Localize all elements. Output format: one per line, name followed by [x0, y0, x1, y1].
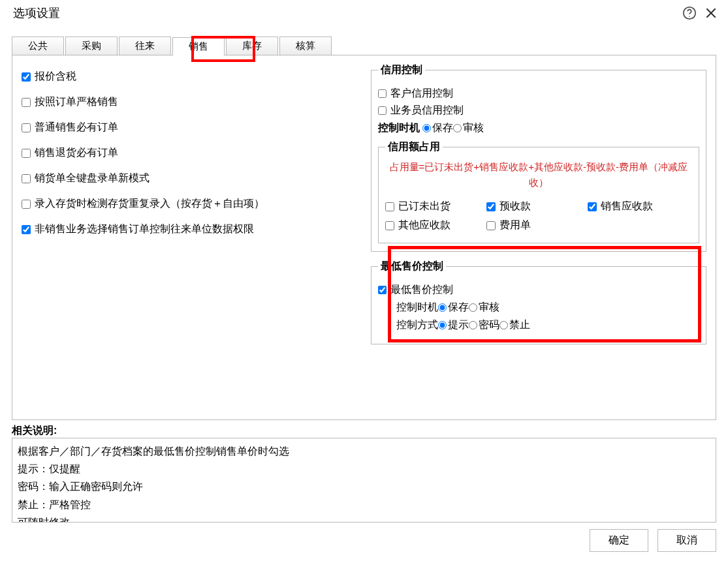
desc-line: 可随时修改 — [18, 513, 710, 523]
tab-bar: 公共 采购 往来 销售 库存 核算 — [12, 37, 716, 55]
desc-line: 提示：仅提醒 — [18, 460, 710, 478]
min-price-timing-row: 控制时机 保存 审核 — [396, 301, 700, 314]
description-label: 相关说明: — [12, 424, 716, 438]
close-icon[interactable] — [704, 7, 718, 20]
opt-dup-inventory[interactable]: 录入存货时检测存货重复录入（按存货＋自由项） — [22, 197, 358, 211]
tab-inventory[interactable]: 库存 — [226, 37, 278, 55]
credit-legend: 信用控制 — [378, 63, 425, 77]
chk-sales-ar[interactable]: 销售应收款 — [588, 200, 689, 213]
credit-timing-row: 控制时机 保存 审核 — [378, 121, 700, 135]
radio-mp-ban[interactable] — [499, 321, 508, 329]
description-box[interactable]: 根据客户／部门／存货档案的最低售价控制销售单价时勾选 提示：仅提醒 密码：输入正… — [12, 438, 716, 523]
chk-salesman-credit[interactable]: 业务员信用控制 — [378, 104, 700, 117]
tab-ar-ap[interactable]: 往来 — [119, 37, 171, 55]
opt-normal-sale-order[interactable]: 普通销售必有订单 — [22, 121, 358, 134]
svg-point-1 — [689, 16, 689, 17]
min-price-group: 最低售价控制 最低售价控制 控制时机 保存 审核 控制方式 提示 密码 禁止 — [371, 260, 707, 344]
radio-mp-pwd[interactable] — [469, 321, 477, 329]
radio-credit-audit[interactable] — [453, 124, 462, 132]
min-price-method-row: 控制方式 提示 密码 禁止 — [396, 318, 700, 332]
opt-quote-tax[interactable]: 报价含税 — [22, 70, 358, 84]
opt-keyboard-mode[interactable]: 销货单全键盘录单新模式 — [22, 172, 358, 185]
left-column: 报价含税 按照订单严格销售 普通销售必有订单 销售退货必有订单 销货单全键盘录单… — [22, 63, 358, 410]
sales-panel: 报价含税 按照订单严格销售 普通销售必有订单 销售退货必有订单 销货单全键盘录单… — [12, 55, 716, 420]
tab-accounting[interactable]: 核算 — [279, 37, 332, 55]
radio-credit-save[interactable] — [422, 124, 431, 132]
radio-mp-save[interactable] — [438, 303, 447, 312]
chk-other-ar[interactable]: 其他应收款 — [385, 219, 486, 232]
radio-mp-hint[interactable] — [438, 321, 447, 329]
radio-mp-audit[interactable] — [469, 303, 477, 312]
chk-customer-credit[interactable]: 客户信用控制 — [378, 87, 700, 100]
chk-min-price[interactable]: 最低售价控制 — [378, 283, 700, 297]
credit-quota-group: 信用额占用 占用量=已订未出货+销售应收款+其他应收款-预收款-费用单（冲减应收… — [378, 140, 700, 243]
window-title: 选项设置 — [13, 5, 60, 21]
opt-strict-order[interactable]: 按照订单严格销售 — [22, 95, 358, 109]
tab-public[interactable]: 公共 — [12, 37, 64, 55]
chk-expense[interactable]: 费用单 — [486, 219, 588, 232]
chk-ordered-unshipped[interactable]: 已订未出货 — [385, 200, 486, 213]
tab-sales[interactable]: 销售 — [172, 37, 225, 55]
desc-line: 根据客户／部门／存货档案的最低售价控制销售单价时勾选 — [18, 442, 710, 460]
window-header: 选项设置 — [0, 0, 728, 30]
desc-line: 禁止：严格管控 — [18, 496, 710, 513]
opt-nonsale-control[interactable]: 非销售业务选择销售订单控制往来单位数据权限 — [22, 222, 358, 236]
desc-line: 密码：输入正确密码则允许 — [18, 478, 710, 495]
right-column: 信用控制 客户信用控制 业务员信用控制 控制时机 保存 审核 信用额占用 占用量… — [371, 63, 707, 410]
ok-button[interactable]: 确定 — [590, 529, 648, 552]
chk-prepay[interactable]: 预收款 — [486, 200, 588, 213]
quota-note: 占用量=已订未出货+销售应收款+其他应收款-预收款-费用单（冲减应收） — [385, 159, 693, 190]
min-price-legend: 最低售价控制 — [378, 260, 446, 273]
footer: 确定 取消 — [0, 523, 728, 552]
opt-return-need-order[interactable]: 销售退货必有订单 — [22, 146, 358, 160]
credit-control-group: 信用控制 客户信用控制 业务员信用控制 控制时机 保存 审核 信用额占用 占用量… — [371, 63, 707, 252]
tab-purchase[interactable]: 采购 — [65, 37, 118, 55]
cancel-button[interactable]: 取消 — [657, 529, 716, 552]
help-icon[interactable] — [682, 6, 697, 20]
quota-legend: 信用额占用 — [385, 140, 443, 154]
